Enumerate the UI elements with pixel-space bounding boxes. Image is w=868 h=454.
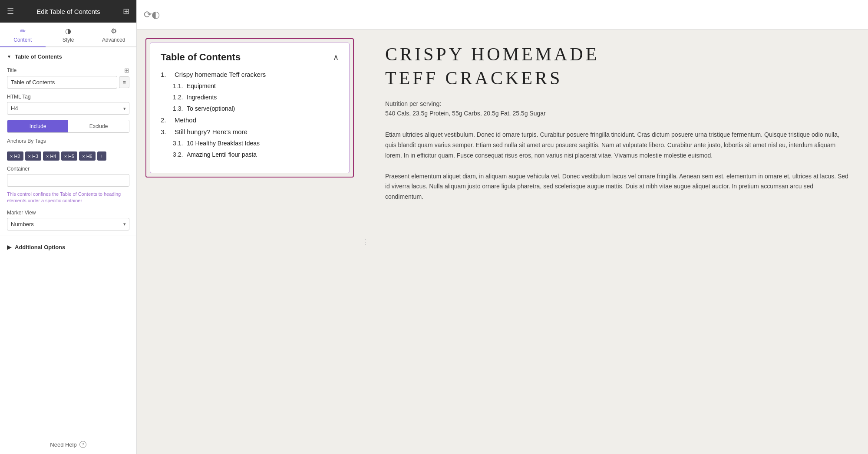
grid-icon[interactable]: ⊞ xyxy=(123,7,129,16)
html-tag-label: HTML Tag xyxy=(7,94,129,100)
toc-item-3-1-num: 3.1. xyxy=(173,140,183,147)
toc-item-1-2-text: Ingredients xyxy=(187,94,217,101)
tags-row: × H2 × H3 × H4 × H5 × H6 + xyxy=(0,149,136,163)
tab-advanced-label: Advanced xyxy=(102,37,125,43)
toc-item-1-3: 1.3. To serve(optional) xyxy=(161,105,339,112)
divider xyxy=(0,236,136,236)
page-area: Table of Contents ∧ 1. Crispy homemade T… xyxy=(137,30,868,454)
panel-title: Edit Table of Contents xyxy=(36,8,100,15)
tag-chip-h2[interactable]: × H2 xyxy=(7,151,23,161)
tag-chip-h2-label: × H2 xyxy=(10,154,20,159)
title-label: Title ⊞ xyxy=(7,67,129,74)
include-button[interactable]: Include xyxy=(7,120,68,132)
toc-title-text: Table of Contents xyxy=(161,52,241,63)
toc-column: Table of Contents ∧ 1. Crispy homemade T… xyxy=(137,30,363,454)
toc-list: 1. Crispy homemade Teff crackers 1.1. Eq… xyxy=(161,71,339,158)
additional-arrow: ▶ xyxy=(7,244,11,250)
toc-item-1-1-text: Equipment xyxy=(187,82,216,89)
advanced-tab-icon: ⚙ xyxy=(111,27,117,35)
content-column: CRISPY HOMEMADE TEFF CRACKERS Nutrition … xyxy=(368,30,868,454)
section-toc-header[interactable]: ▼ Table of Contents xyxy=(0,47,136,64)
html-tag-field-row: HTML Tag H4 H1 H2 H3 H5 H6 ▾ xyxy=(0,91,136,117)
tag-chip-h5-label: × H5 xyxy=(64,154,75,159)
toc-item-1-num: 1. xyxy=(161,71,171,78)
anchors-label-text: Anchors By Tags xyxy=(7,138,46,144)
tag-chip-h6-label: × H6 xyxy=(82,154,92,159)
include-exclude-row: Include Exclude xyxy=(0,117,136,135)
title-input[interactable] xyxy=(7,76,117,89)
title-field-row: Title ⊞ ≡ xyxy=(0,64,136,91)
title-input-icon-btn[interactable]: ≡ xyxy=(119,76,129,88)
additional-label: Additional Options xyxy=(15,244,65,250)
tabs-row: ✏ Content ◑ Style ⚙ Advanced xyxy=(0,23,136,47)
exclude-button[interactable]: Exclude xyxy=(68,120,129,132)
add-tag-button[interactable]: + xyxy=(97,151,107,161)
resize-handle[interactable]: ⋮ xyxy=(363,30,368,454)
need-help[interactable]: Need Help ? xyxy=(0,354,136,454)
marker-view-label: Marker View xyxy=(7,210,129,216)
section-toc-title: Table of Contents xyxy=(15,53,62,60)
article-title: CRISPY HOMEMADE TEFF CRACKERS xyxy=(385,43,851,90)
toc-item-2: 2. Method xyxy=(161,116,339,124)
title-label-text: Title xyxy=(7,67,17,73)
toc-inner-box: Table of Contents ∧ 1. Crispy homemade T… xyxy=(150,43,350,173)
left-panel: ☰ Edit Table of Contents ⊞ ✏ Content ◑ S… xyxy=(0,0,137,454)
toc-item-3-num: 3. xyxy=(161,128,171,135)
section-arrow: ▼ xyxy=(7,54,11,59)
tag-chip-h4[interactable]: × H4 xyxy=(43,151,59,161)
title-input-row: ≡ xyxy=(7,76,129,89)
tab-content[interactable]: ✏ Content xyxy=(0,23,46,47)
toc-item-2-num: 2. xyxy=(161,116,171,124)
toc-item-3-2: 3.2. Amazing Lentil flour pasta xyxy=(161,151,339,158)
toc-collapse-button[interactable]: ∧ xyxy=(333,53,339,62)
tag-chip-h4-label: × H4 xyxy=(46,154,56,159)
article-body-2: Praesent elementum aliquet diam, in aliq… xyxy=(385,171,851,202)
toc-item-1-1: 1.1. Equipment xyxy=(161,82,339,89)
toc-item-3-text: Still hungry? Here's more xyxy=(175,128,248,135)
nutrition-label: Nutrition per serving: xyxy=(385,100,851,107)
tag-chip-h3-label: × H3 xyxy=(28,154,39,159)
toc-item-1-1-num: 1.1. xyxy=(173,82,183,89)
marker-view-label-text: Marker View xyxy=(7,210,36,216)
toc-item-3-2-num: 3.2. xyxy=(173,151,183,158)
html-tag-select[interactable]: H4 H1 H2 H3 H5 H6 xyxy=(7,102,129,115)
nutrition-values: 540 Cals, 23.5g Protein, 55g Carbs, 20.5… xyxy=(385,110,851,117)
toc-item-1-text: Crispy homemade Teff crackers xyxy=(175,71,266,78)
additional-options-header[interactable]: ▶ Additional Options xyxy=(0,239,136,256)
toc-item-1-2: 1.2. Ingredients xyxy=(161,94,339,101)
tag-chip-h3[interactable]: × H3 xyxy=(25,151,42,161)
toc-item-1-3-text: To serve(optional) xyxy=(187,105,235,112)
tag-chip-h5[interactable]: × H5 xyxy=(61,151,78,161)
container-label: Container xyxy=(7,166,129,172)
link-icon[interactable]: ⊞ xyxy=(124,67,129,74)
toc-item-1: 1. Crispy homemade Teff crackers xyxy=(161,71,339,78)
panel-header: ☰ Edit Table of Contents ⊞ xyxy=(0,0,136,23)
toc-item-3-2-text: Amazing Lentil flour pasta xyxy=(187,151,257,158)
marker-view-select-wrapper: Numbers Bullets None ▾ xyxy=(7,218,129,230)
tag-chip-h6[interactable]: × H6 xyxy=(79,151,96,161)
style-tab-icon: ◑ xyxy=(65,27,71,35)
tab-style[interactable]: ◑ Style xyxy=(46,23,91,47)
container-input[interactable] xyxy=(7,174,129,187)
toc-item-1-3-num: 1.3. xyxy=(173,105,183,112)
top-bar: ⟳◐ xyxy=(137,0,868,30)
topbar-icon: ⟳◐ xyxy=(144,9,160,20)
html-tag-select-wrapper: H4 H1 H2 H3 H5 H6 ▾ xyxy=(7,102,129,115)
toc-item-3-1-text: 10 Healthy Breakfast Ideas xyxy=(187,140,260,147)
tab-advanced[interactable]: ⚙ Advanced xyxy=(91,23,136,47)
marker-view-select[interactable]: Numbers Bullets None xyxy=(7,218,129,230)
include-exclude-toggle: Include Exclude xyxy=(7,120,129,133)
container-label-text: Container xyxy=(7,166,30,172)
toc-item-3-1: 3.1. 10 Healthy Breakfast Ideas xyxy=(161,140,339,147)
container-hint: This control confines the Table of Conte… xyxy=(0,189,136,207)
article-body-1: Etiam ultricies aliquet vestibulum. Done… xyxy=(385,130,851,161)
need-help-label: Need Help xyxy=(50,441,76,448)
hamburger-icon[interactable]: ☰ xyxy=(7,7,14,16)
toc-item-2-text: Method xyxy=(175,116,196,124)
tab-style-label: Style xyxy=(63,37,74,43)
container-field-row: Container xyxy=(0,163,136,189)
marker-view-row: Marker View Numbers Bullets None ▾ xyxy=(0,207,136,233)
toc-outer-border: Table of Contents ∧ 1. Crispy homemade T… xyxy=(145,38,354,178)
html-tag-label-text: HTML Tag xyxy=(7,94,31,100)
anchors-label: Anchors By Tags xyxy=(7,138,129,144)
